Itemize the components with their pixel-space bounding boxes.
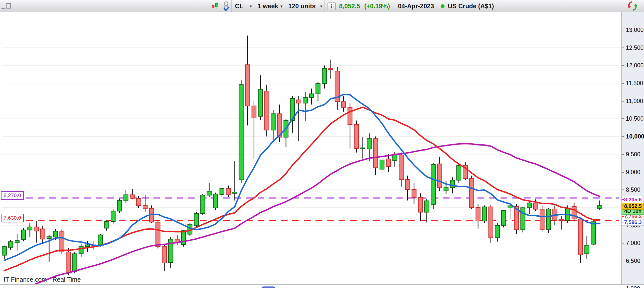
axis-label: 11,000 <box>626 98 643 104</box>
hline-label-red[interactable]: 7,630.0 <box>1 214 24 222</box>
axis-colored-tick <box>622 216 624 217</box>
axis-label: 10,500 <box>626 115 643 122</box>
axis-tick <box>622 101 624 102</box>
axis-label: 9,500 <box>626 151 640 158</box>
timeframe-dropdown[interactable]: 1 week <box>258 0 278 12</box>
separator <box>285 0 285 12</box>
axis-label: 9,000 <box>626 169 640 175</box>
toolbar: CL ▼ 1 week ▼ 120 units ▼ i 8,052.5 (+0.… <box>0 0 644 12</box>
axis-blue-ma-badge: 7,596.3 <box>622 219 644 226</box>
axis-label: 13,000 <box>626 27 643 33</box>
axis-colored-tick <box>622 222 624 222</box>
minimize-window-icon[interactable] <box>2 8 5 9</box>
axis-tick <box>622 243 624 244</box>
date-readout: 04-Apr-2023 <box>398 0 434 12</box>
axis-tick <box>622 118 624 119</box>
chevron-down-icon[interactable]: ▼ <box>280 0 283 12</box>
axis-purple-ma-badge: 8,235.6 <box>622 196 644 203</box>
candlestick-style-icon[interactable] <box>211 2 220 10</box>
axis-label: 11,500 <box>626 80 643 86</box>
axis-tick <box>622 65 624 66</box>
axis-label: 7,000 <box>626 240 640 246</box>
axis-colored-tick <box>622 206 624 206</box>
candlestick-chart-canvas[interactable] <box>0 0 644 288</box>
axis-label: 12,000 <box>626 62 643 69</box>
trading-chart-window: CL ▼ 1 week ▼ 120 units ▼ i 8,052.5 (+0.… <box>0 0 644 288</box>
refresh-icon[interactable] <box>627 1 638 12</box>
axis-tick <box>622 83 624 84</box>
axis-label: 6,500 <box>626 258 640 264</box>
axis-tick <box>622 172 624 173</box>
realtime-status-dot <box>441 4 445 8</box>
separator <box>325 0 325 12</box>
info-button[interactable]: i <box>328 2 336 10</box>
last-price-readout: 8,052.5 <box>339 0 360 12</box>
axis-tick <box>622 47 624 48</box>
axis-tick <box>622 261 624 261</box>
separator <box>231 0 232 12</box>
axis-label: 12,500 <box>626 44 643 51</box>
separator <box>221 0 221 12</box>
axis-tick <box>622 189 624 190</box>
change-readout: (+0.19%) <box>364 0 390 12</box>
axis-colored-tick <box>622 199 624 200</box>
hline-label-purple[interactable]: 8,270.0 <box>1 191 24 200</box>
chevron-down-icon[interactable]: ▼ <box>249 0 253 12</box>
instrument-name: US Crude (A$1) <box>448 0 494 12</box>
price-axis[interactable]: 13,00012,50012,00011,50011,00010,50010,0… <box>621 12 644 284</box>
separator <box>254 0 254 12</box>
instrument-dropdown[interactable]: CL <box>235 0 243 12</box>
next-pane-axis-label: 1,000 <box>626 285 640 288</box>
restore-window-icon[interactable] <box>6 3 11 9</box>
axis-label: 10,000 <box>626 133 644 140</box>
link-check-icon[interactable] <box>223 1 230 11</box>
units-dropdown[interactable]: 120 units <box>288 0 315 12</box>
chevron-down-icon[interactable]: ▼ <box>319 0 323 12</box>
scrollbar-thumb[interactable] <box>262 286 275 288</box>
axis-last-price-badge: 8,052.5 <box>622 203 644 210</box>
axis-tick <box>622 136 624 137</box>
axis-tick <box>622 30 624 30</box>
axis-tick <box>622 154 624 155</box>
axis-label: 8,500 <box>626 186 640 193</box>
